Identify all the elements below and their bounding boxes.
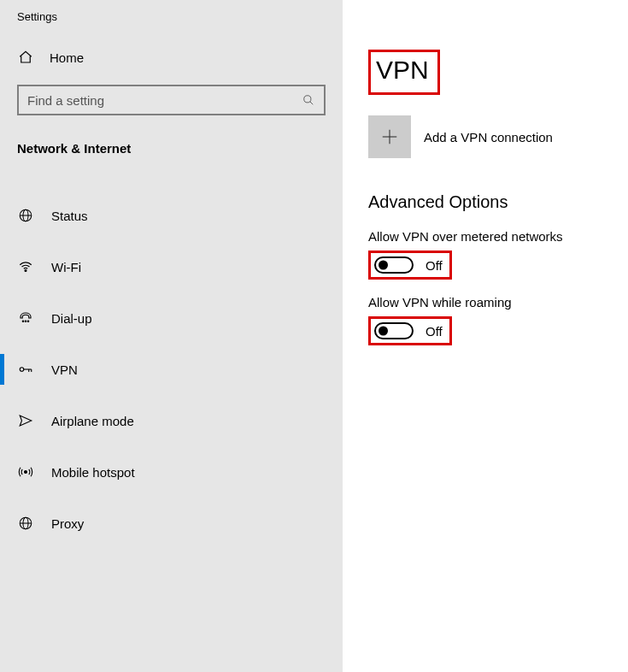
page-title: VPN (368, 50, 440, 95)
toggle-knob (379, 327, 388, 336)
setting-roaming: Allow VPN while roaming Off (368, 295, 628, 361)
setting-metered: Allow VPN over metered networks Off (368, 229, 628, 295)
setting-label: Allow VPN over metered networks (368, 229, 628, 244)
svg-point-13 (25, 471, 27, 474)
add-vpn-label: Add a VPN connection (424, 130, 553, 144)
sidebar-item-label: Airplane mode (51, 414, 134, 428)
roaming-toggle[interactable] (374, 322, 414, 339)
toggle-state: Off (426, 324, 443, 339)
sidebar-item-hotspot[interactable]: Mobile hotspot (0, 446, 343, 498)
sidebar: Settings Home Network & Internet (0, 0, 343, 672)
search-input[interactable] (27, 93, 302, 108)
toggle-row-roaming: Off (368, 316, 452, 345)
svg-point-8 (27, 321, 29, 322)
sidebar-item-vpn[interactable]: VPN (0, 344, 343, 395)
dialup-icon (17, 309, 34, 327)
vpn-icon (17, 361, 34, 378)
toggle-knob (379, 261, 388, 270)
sidebar-item-label: VPN (51, 363, 78, 377)
sidebar-item-dialup[interactable]: Dial-up (0, 292, 343, 344)
setting-label: Allow VPN while roaming (368, 295, 628, 309)
sidebar-item-label: Proxy (51, 516, 84, 531)
toggle-row-metered: Off (368, 251, 452, 280)
svg-point-9 (20, 368, 24, 372)
sidebar-item-airplane[interactable]: Airplane mode (0, 395, 343, 446)
search-box[interactable] (17, 85, 326, 115)
advanced-heading: Advanced Options (368, 192, 628, 212)
metered-toggle[interactable] (374, 256, 414, 274)
add-vpn-button[interactable]: Add a VPN connection (368, 115, 628, 158)
main-content: VPN Add a VPN connection Advanced Option… (343, 0, 628, 672)
sidebar-item-proxy[interactable]: Proxy (0, 498, 343, 549)
proxy-icon (17, 515, 34, 532)
airplane-icon (17, 412, 34, 429)
hotspot-icon (17, 463, 34, 480)
sidebar-item-label: Dial-up (51, 311, 92, 326)
wifi-icon (17, 258, 34, 275)
svg-point-6 (22, 321, 24, 322)
app-title: Settings (0, 10, 343, 23)
sidebar-item-status[interactable]: Status (0, 190, 343, 241)
svg-point-0 (304, 96, 311, 103)
toggle-state: Off (426, 258, 443, 273)
plus-icon (368, 115, 411, 158)
svg-line-1 (310, 102, 314, 105)
status-icon (17, 207, 34, 224)
home-nav[interactable]: Home (0, 49, 343, 66)
home-icon (17, 49, 34, 66)
sidebar-item-label: Mobile hotspot (51, 465, 135, 480)
sidebar-item-label: Status (51, 209, 88, 223)
svg-point-5 (25, 270, 26, 272)
search-icon (302, 93, 315, 107)
section-heading: Network & Internet (0, 141, 343, 156)
sidebar-item-label: Wi-Fi (51, 260, 81, 274)
home-label: Home (50, 50, 84, 65)
svg-point-7 (25, 321, 26, 322)
nav-list: Status Wi-Fi Dia (0, 190, 343, 549)
sidebar-item-wifi[interactable]: Wi-Fi (0, 241, 343, 292)
